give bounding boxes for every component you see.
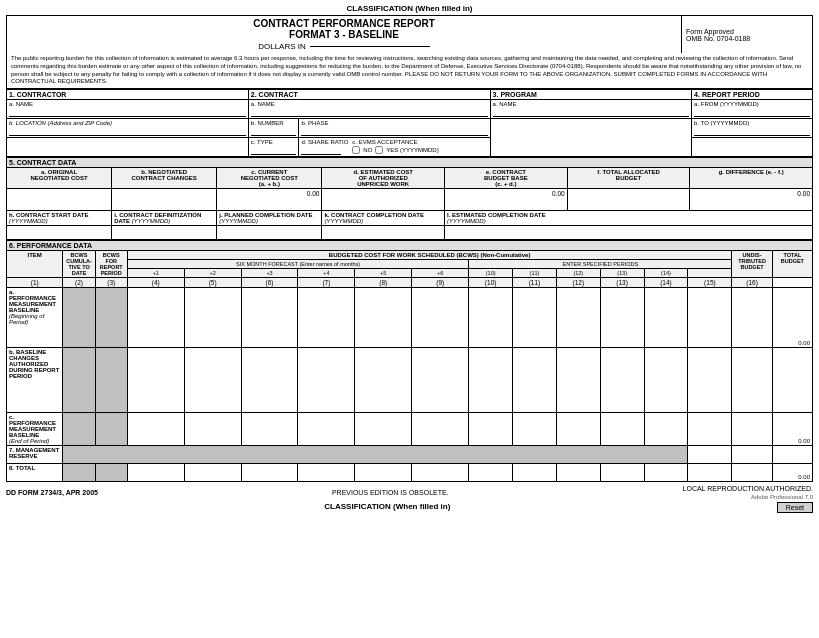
row-b-col4[interactable] (127, 348, 184, 413)
row-c-col6[interactable] (241, 413, 298, 446)
row-b-col14b[interactable] (688, 348, 732, 413)
row8-col3[interactable] (95, 464, 127, 482)
row-b-col3[interactable] (95, 348, 127, 413)
s1b-value[interactable] (9, 126, 246, 136)
row8-col9[interactable] (412, 464, 469, 482)
row-c-col4[interactable] (127, 413, 184, 446)
s2a-value[interactable] (251, 107, 488, 117)
col-d-value[interactable] (322, 189, 445, 211)
col-a-value[interactable] (7, 189, 112, 211)
row-a-col12[interactable] (556, 288, 600, 348)
col-plus2: +2 (184, 269, 241, 278)
bcws-report-header: BCWS FORREPORTPERIOD (95, 251, 127, 278)
row-b-col2[interactable] (63, 348, 95, 413)
row-a-col14b[interactable] (688, 288, 732, 348)
row-b-col6[interactable] (241, 348, 298, 413)
row8-col4[interactable] (127, 464, 184, 482)
row-c-col13[interactable] (600, 413, 644, 446)
row-c-col11[interactable] (513, 413, 557, 446)
row-c-col10[interactable] (469, 413, 513, 446)
row8-col8[interactable] (355, 464, 412, 482)
row-a-col10[interactable] (469, 288, 513, 348)
row7-col14[interactable] (688, 446, 732, 464)
row-c-col12[interactable] (556, 413, 600, 446)
footer-previous: PREVIOUS EDITION IS OBSOLETE. (332, 489, 449, 496)
row-c-col2[interactable] (63, 413, 95, 446)
reset-button[interactable]: Reset (777, 502, 813, 513)
s5j-value[interactable] (217, 226, 322, 240)
row8-col10[interactable] (469, 464, 513, 482)
row-a-col15[interactable] (732, 288, 772, 348)
row8-col2[interactable] (63, 464, 95, 482)
col-14b (688, 269, 732, 278)
row-a-col8[interactable] (355, 288, 412, 348)
s2d-value[interactable] (301, 145, 341, 155)
row8-col14[interactable] (644, 464, 688, 482)
row8-col12[interactable] (556, 464, 600, 482)
row-a-col7[interactable] (298, 288, 355, 348)
row-b-col10[interactable] (469, 348, 513, 413)
row-a-col9[interactable] (412, 288, 469, 348)
footer-adobe: Adobe Professional 7.0 (751, 494, 813, 500)
row-a-col6[interactable] (241, 288, 298, 348)
row-a-col3[interactable] (95, 288, 127, 348)
row7-col15[interactable] (732, 446, 772, 464)
row-b-col5[interactable] (184, 348, 241, 413)
dollars-label: DOLLARS IN (258, 42, 306, 51)
row8-col13[interactable] (600, 464, 644, 482)
row-b-col13[interactable] (600, 348, 644, 413)
col-b-value[interactable] (112, 189, 217, 211)
row-c-col8[interactable] (355, 413, 412, 446)
s2c-value[interactable] (251, 145, 297, 155)
s5l-value[interactable] (445, 226, 813, 240)
row-a-col13[interactable] (600, 288, 644, 348)
evms-yes-checkbox[interactable] (375, 146, 383, 154)
s5l-label: l. ESTIMATED COMPLETION DATE(YYYYMMDD) (445, 211, 813, 226)
row8-col6[interactable] (241, 464, 298, 482)
omb-number: OMB No. 0704-0188 (686, 35, 808, 42)
row-b-col7[interactable] (298, 348, 355, 413)
col-num-6: (6) (241, 278, 298, 288)
row-c-col7[interactable] (298, 413, 355, 446)
s3a-value[interactable] (493, 107, 690, 117)
row-c-col14b[interactable] (688, 413, 732, 446)
row-b-col12[interactable] (556, 348, 600, 413)
col-11: (11) (513, 269, 557, 278)
row-a-col5[interactable] (184, 288, 241, 348)
evms-no-checkbox[interactable] (352, 146, 360, 154)
col-g-header: g. DIFFERENCE (e. - f.) (690, 168, 813, 189)
row-c-col14[interactable] (644, 413, 688, 446)
row-a-col4[interactable] (127, 288, 184, 348)
s1a-value[interactable] (9, 107, 246, 117)
s5h-value[interactable] (7, 226, 112, 240)
row8-col5[interactable] (184, 464, 241, 482)
row7-label: 7. MANAGEMENTRESERVE (7, 446, 63, 464)
s5i-value[interactable] (112, 226, 217, 240)
col-e-header: e. CONTRACTBUDGET BASE(c. + d.) (445, 168, 568, 189)
row-b-label: b. BASELINE CHANGESAUTHORIZEDDURING REPO… (7, 348, 63, 413)
row-c-col9[interactable] (412, 413, 469, 446)
row-a-col11[interactable] (513, 288, 557, 348)
row8-col7[interactable] (298, 464, 355, 482)
row-b-col8[interactable] (355, 348, 412, 413)
row8-col15[interactable] (732, 464, 772, 482)
s4b-value[interactable] (694, 126, 810, 136)
row-b-col15[interactable] (732, 348, 772, 413)
row-c-col15[interactable] (732, 413, 772, 446)
row8-col11[interactable] (513, 464, 557, 482)
col-f-value[interactable] (567, 189, 690, 211)
row-c-col5[interactable] (184, 413, 241, 446)
row-c-total: 0.00 (772, 413, 812, 446)
s2b-value[interactable] (251, 126, 297, 136)
row-b-col9[interactable] (412, 348, 469, 413)
row-a-col14[interactable] (644, 288, 688, 348)
row-a-col2[interactable] (63, 288, 95, 348)
row-c-col3[interactable] (95, 413, 127, 446)
row-b-col14[interactable] (644, 348, 688, 413)
s5k-value[interactable] (322, 226, 445, 240)
s3b-value[interactable] (301, 126, 487, 136)
s4a-value[interactable] (694, 107, 810, 117)
row-b-col11[interactable] (513, 348, 557, 413)
col-a-header: a. ORIGINALNEGOTIATED COST (7, 168, 112, 189)
row8-col14b[interactable] (688, 464, 732, 482)
